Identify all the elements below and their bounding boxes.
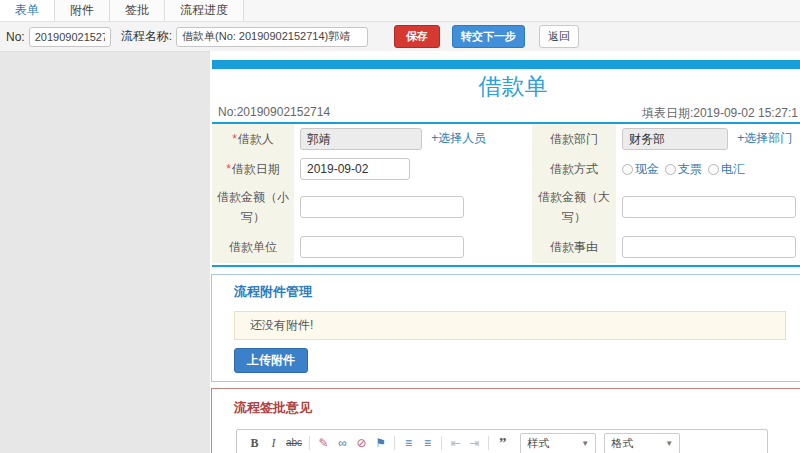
bold-icon[interactable]: B: [248, 435, 261, 451]
unlink-icon[interactable]: ⊘: [355, 435, 368, 451]
loan-reason-input[interactable]: [622, 236, 796, 258]
blockquote-icon[interactable]: ”: [496, 435, 509, 451]
process-name-label: 流程名称:: [121, 28, 172, 45]
required-mark: *: [232, 132, 237, 146]
outdent-icon[interactable]: ⇤: [449, 435, 462, 451]
format-dropdown[interactable]: 格式 ▼: [604, 433, 680, 453]
select-person-link[interactable]: +选择人员: [431, 131, 486, 145]
amount-upper-input[interactable]: [622, 196, 796, 218]
borrower-input[interactable]: [300, 128, 422, 150]
unordered-list-icon[interactable]: ≡: [421, 435, 434, 451]
toolbar: No: 流程名称: 保存 转交下一步 返回: [0, 22, 800, 52]
chevron-down-icon: ▼: [581, 439, 589, 448]
back-button[interactable]: 返回: [539, 25, 579, 48]
indent-icon[interactable]: ⇥: [468, 435, 481, 451]
strikethrough-icon[interactable]: abc: [286, 435, 302, 451]
tab-progress[interactable]: 流程进度: [165, 0, 244, 21]
chevron-down-icon: ▼: [665, 439, 673, 448]
main-panel: 借款单 No:20190902152714 填表日期:2019-09-02 15…: [210, 51, 800, 453]
required-mark: *: [226, 162, 231, 176]
page-title: 借款单: [210, 72, 800, 100]
upload-attachment-button[interactable]: 上传附件: [234, 348, 308, 373]
table-row: 借款金额（小写） 借款金额（大写）: [212, 184, 800, 231]
divider: [212, 265, 800, 267]
tab-bar: 表单 附件 签批 流程进度: [0, 0, 800, 22]
attachments-panel: 流程附件管理 还没有附件! 上传附件: [211, 274, 800, 382]
link-icon[interactable]: ∞: [336, 435, 349, 451]
loan-unit-label: 借款单位: [212, 231, 294, 263]
radio-cheque[interactable]: 支票: [665, 161, 702, 178]
form-meta-row: No:20190902152714 填表日期:2019-09-02 15:27:…: [210, 105, 800, 120]
header-accent-bar: [212, 60, 800, 69]
radio-icon: [708, 164, 719, 175]
toolbar-separator: [394, 436, 395, 450]
amount-lower-label: 借款金额（小写）: [212, 184, 294, 231]
loan-method-label: 借款方式: [532, 154, 616, 184]
radio-icon: [665, 164, 676, 175]
table-row: *借款人 +选择人员 借款部门 +选择部门: [212, 124, 800, 154]
radio-cash[interactable]: 现金: [622, 161, 659, 178]
tab-attachments[interactable]: 附件: [55, 0, 110, 21]
table-row: *借款日期 借款方式 现金 支票 电汇: [212, 154, 800, 184]
no-attachments-message: 还没有附件!: [234, 311, 786, 340]
toolbar-separator: [309, 436, 310, 450]
toolbar-separator: [488, 436, 489, 450]
tab-approval[interactable]: 签批: [110, 0, 165, 21]
department-label: 借款部门: [532, 124, 616, 154]
style-dropdown[interactable]: 样式 ▼: [520, 433, 596, 453]
editor-toolbar: B I abc ✎ ∞ ⊘ ⚑ ≡ ≡ ⇤ ⇥ ”: [237, 430, 767, 453]
amount-upper-label: 借款金额（大写）: [532, 184, 616, 231]
no-input[interactable]: [29, 27, 111, 47]
process-name-input[interactable]: [176, 27, 368, 47]
approval-panel-title: 流程签批意见: [234, 399, 800, 417]
select-department-link[interactable]: +选择部门: [737, 131, 792, 145]
borrower-label: *借款人: [212, 124, 294, 154]
remove-format-icon[interactable]: ✎: [317, 435, 330, 451]
loan-form-table: *借款人 +选择人员 借款部门 +选择部门 *借款日期 借款方式: [212, 124, 800, 263]
approval-panel: 流程签批意见 B I abc ✎ ∞ ⊘ ⚑ ≡ ≡ ⇤ ⇥: [211, 388, 800, 453]
forward-next-step-button[interactable]: 转交下一步: [452, 25, 525, 48]
loan-reason-label: 借款事由: [532, 231, 616, 263]
tab-form[interactable]: 表单: [0, 0, 55, 21]
screen: 表单 附件 签批 流程进度 No: 流程名称: 保存 转交下一步 返回 借款单 …: [0, 0, 800, 453]
anchor-icon[interactable]: ⚑: [374, 435, 387, 451]
attachments-panel-title: 流程附件管理: [234, 283, 800, 301]
no-label: No:: [6, 30, 25, 44]
loan-date-input[interactable]: [300, 158, 410, 180]
save-button[interactable]: 保存: [394, 25, 440, 48]
loan-date-label: *借款日期: [212, 154, 294, 184]
loan-method-radios: 现金 支票 电汇: [622, 161, 751, 178]
table-row: 借款单位 借款事由: [212, 231, 800, 263]
form-fill-date: 填表日期:2019-09-02 15:27:1: [642, 105, 798, 122]
department-input[interactable]: [622, 128, 728, 150]
radio-wire[interactable]: 电汇: [708, 161, 745, 178]
radio-icon: [622, 164, 633, 175]
form-no: No:20190902152714: [218, 105, 330, 119]
ordered-list-icon[interactable]: ≡: [402, 435, 415, 451]
amount-lower-input[interactable]: [300, 196, 464, 218]
italic-icon[interactable]: I: [267, 435, 280, 451]
loan-unit-input[interactable]: [300, 236, 464, 258]
rich-text-editor: B I abc ✎ ∞ ⊘ ⚑ ≡ ≡ ⇤ ⇥ ”: [236, 429, 768, 453]
toolbar-separator: [441, 436, 442, 450]
